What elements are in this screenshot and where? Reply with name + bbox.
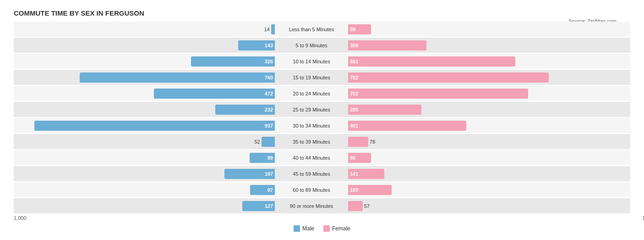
right-side: 461 [348, 118, 609, 133]
bar-male: 197 [224, 169, 275, 179]
bar-male: 326 [191, 56, 275, 67]
axis-left: 1,000 [14, 215, 27, 221]
right-side: 90 [348, 150, 609, 165]
left-side: 232 [14, 102, 275, 117]
left-side: 197 [14, 166, 275, 181]
chart-row: 99 40 to 44 Minutes 90 [14, 150, 630, 165]
left-side: 326 [14, 54, 275, 69]
row-label: 5 to 9 Minutes [275, 43, 348, 48]
legend-male-box [294, 225, 300, 232]
row-label: 25 to 29 Minutes [275, 107, 348, 112]
left-side: 760 [14, 70, 275, 85]
legend-female: Female [323, 225, 350, 232]
left-side: 937 [14, 118, 275, 133]
chart-row: 52 35 to 39 Minutes 78 [14, 134, 630, 149]
bar-male: 99 [250, 153, 275, 163]
right-side: 89 [348, 22, 609, 37]
bar-female: 141 [348, 169, 384, 179]
bar-female: 90 [348, 153, 371, 163]
bar-male: 127 [242, 201, 275, 211]
bar-male: 760 [80, 73, 275, 83]
axis-right: 1,000 [642, 215, 644, 221]
bar-male [262, 137, 275, 147]
bar-female: 651 [348, 56, 515, 67]
row-label: 15 to 19 Minutes [275, 75, 348, 80]
bar-male: 143 [238, 40, 275, 50]
chart-row: 760 15 to 19 Minutes 782 [14, 70, 630, 85]
right-side: 285 [348, 102, 609, 117]
bar-male: 472 [154, 89, 275, 99]
chart-row: 127 90 or more Minutes 57 [14, 198, 630, 213]
row-label: 45 to 59 Minutes [275, 171, 348, 177]
bar-female: 89 [348, 24, 371, 34]
right-side: 306 [348, 38, 609, 53]
legend: Male Female [14, 225, 630, 232]
row-label: 30 to 34 Minutes [275, 123, 348, 128]
bar-female: 461 [348, 121, 466, 131]
bar-male: 937 [34, 121, 275, 131]
chart-row: 14 Less than 5 Minutes 89 [14, 22, 630, 37]
legend-female-label: Female [332, 225, 350, 232]
left-side: 143 [14, 38, 275, 53]
left-side: 472 [14, 86, 275, 101]
row-label: 60 to 89 Minutes [275, 187, 348, 193]
chart-wrapper: COMMUTE TIME BY SEX IN FERGUSON Source: … [14, 9, 630, 232]
bar-male: 97 [250, 185, 275, 195]
legend-female-box [323, 225, 330, 232]
bar-female: 306 [348, 40, 426, 50]
chart-row: 232 25 to 29 Minutes 285 [14, 102, 630, 117]
right-side: 782 [348, 70, 609, 85]
chart-row: 97 60 to 89 Minutes 169 [14, 182, 630, 197]
left-side: 97 [14, 182, 275, 197]
right-side: 141 [348, 166, 609, 181]
chart-row: 326 10 to 14 Minutes 651 [14, 54, 630, 69]
right-side: 78 [348, 134, 609, 149]
row-label: Less than 5 Minutes [275, 27, 348, 32]
row-label: 90 or more Minutes [275, 203, 348, 209]
left-side: 99 [14, 150, 275, 165]
row-label: 10 to 14 Minutes [275, 59, 348, 64]
bar-male: 232 [215, 105, 275, 115]
chart-row: 143 5 to 9 Minutes 306 [14, 38, 630, 53]
legend-male: Male [294, 225, 314, 232]
right-side: 702 [348, 86, 609, 101]
chart-row: 937 30 to 34 Minutes 461 [14, 118, 630, 133]
left-side: 52 [14, 134, 275, 149]
chart-title: COMMUTE TIME BY SEX IN FERGUSON [14, 9, 630, 17]
axis-labels: 1,000 1,000 [14, 214, 644, 222]
bar-female: 169 [348, 185, 392, 195]
bar-female: 285 [348, 105, 421, 115]
right-side: 169 [348, 182, 609, 197]
chart-row: 472 20 to 24 Minutes 702 [14, 86, 630, 101]
right-side: 651 [348, 54, 609, 69]
legend-male-label: Male [302, 225, 314, 232]
bar-female [348, 137, 368, 147]
row-label: 40 to 44 Minutes [275, 155, 348, 161]
bar-male [271, 24, 275, 34]
chart-row: 197 45 to 59 Minutes 141 [14, 166, 630, 181]
bar-female: 702 [348, 89, 528, 99]
bar-female [348, 201, 363, 211]
left-side: 14 [14, 22, 275, 37]
bar-female: 782 [348, 73, 549, 83]
row-label: 20 to 24 Minutes [275, 91, 348, 96]
chart-area: 14 Less than 5 Minutes 89 143 5 to 9 Min… [14, 22, 630, 213]
right-side: 57 [348, 198, 609, 213]
left-side: 127 [14, 198, 275, 213]
row-label: 35 to 39 Minutes [275, 139, 348, 145]
